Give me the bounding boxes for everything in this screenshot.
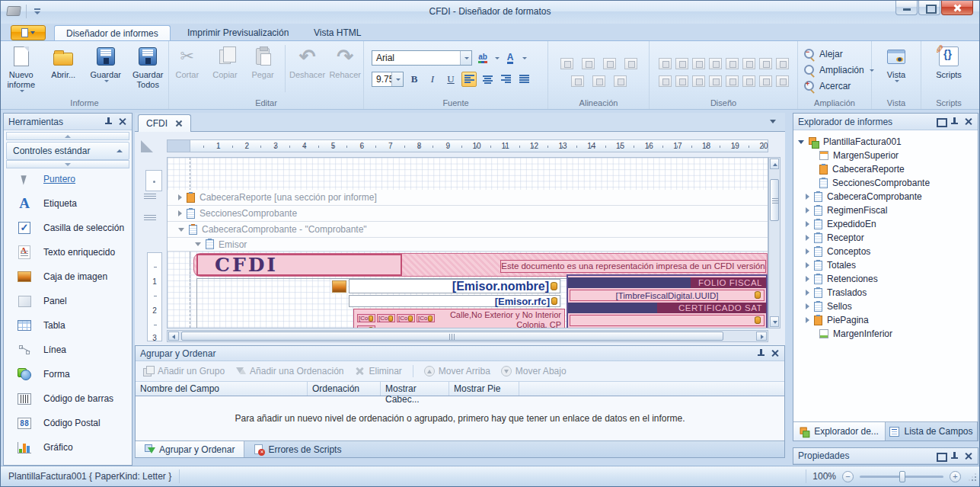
tool-codigo-postal[interactable]: 88Código Postal: [8, 413, 129, 433]
zoom-slider[interactable]: [860, 476, 943, 478]
equal-vertical-spacing-icon[interactable]: [659, 75, 672, 87]
horizontal-ruler[interactable]: 1234567891011121314151617181920: [167, 139, 768, 152]
remove-horizontal-spacing-icon[interactable]: [776, 58, 789, 69]
tree-item-margeninferior[interactable]: MargenInferior: [793, 327, 892, 341]
scroll-up-icon[interactable]: [770, 159, 779, 169]
same-size-icon[interactable]: [675, 58, 688, 69]
emisor-nombre-field[interactable]: [Emisor.nombre]: [349, 279, 560, 293]
certificado-field[interactable]: [570, 315, 765, 326]
band-drag-grip[interactable]: [144, 215, 156, 222]
expand-icon[interactable]: [806, 248, 809, 255]
tab-explorador-de-informes[interactable]: Explorador de...: [793, 422, 886, 441]
band-cabecera-comprobante[interactable]: CabeceraComprobante - "Comprobante": [168, 222, 768, 238]
align-right-edges-icon[interactable]: [624, 58, 637, 69]
tab-disenador-de-informes[interactable]: Diseñador de informes: [54, 25, 171, 41]
tree-item-conceptos[interactable]: Conceptos: [793, 245, 870, 258]
logo-picture-box[interactable]: [332, 280, 346, 293]
collapse-icon[interactable]: [195, 242, 201, 246]
same-height-icon[interactable]: [692, 58, 705, 69]
close-icon[interactable]: [963, 117, 973, 127]
close-button[interactable]: [941, 1, 973, 15]
column-ordenacion[interactable]: Ordenación: [308, 382, 381, 396]
tab-agrupar-y-ordenar[interactable]: Agrupar y Ordenar: [135, 441, 244, 457]
vertical-scrollbar[interactable]: [768, 157, 780, 328]
font-color-button[interactable]: A: [503, 50, 518, 66]
column-nombre-del-campo[interactable]: Nombre del Campo: [136, 382, 308, 396]
expand-icon[interactable]: [806, 276, 809, 282]
abrir-button[interactable]: Abrir...: [43, 43, 85, 95]
align-left-edges-icon[interactable]: [582, 58, 595, 69]
close-icon[interactable]: [117, 117, 127, 127]
cfdi-title-label[interactable]: CFDI: [196, 254, 402, 276]
tree-root-plantillafactura001[interactable]: PlantillaFactura001: [793, 135, 902, 149]
justify-button[interactable]: [516, 72, 531, 87]
tree-item-cabeceracomprobante[interactable]: CabeceraComprobante: [793, 190, 922, 203]
vista-button[interactable]: Vista: [874, 43, 918, 95]
close-icon[interactable]: [175, 120, 183, 127]
tool-tabla[interactable]: Tabla: [8, 316, 129, 335]
expand-icon[interactable]: [806, 194, 809, 200]
tree-item-expedidoen[interactable]: ExpedidoEn: [793, 217, 876, 231]
close-icon[interactable]: [963, 451, 973, 461]
pin-icon[interactable]: [950, 117, 959, 127]
increase-vertical-spacing-icon[interactable]: [675, 75, 688, 87]
equal-horizontal-spacing-icon[interactable]: [726, 58, 739, 69]
expand-icon[interactable]: [806, 303, 809, 309]
mover-abajo-button[interactable]: Mover Abajo: [501, 366, 567, 376]
expand-icon[interactable]: [806, 317, 809, 323]
zoom-out-button[interactable]: −: [842, 471, 854, 482]
zoom-slider-thumb[interactable]: [899, 471, 905, 482]
scroll-left-icon[interactable]: [168, 332, 179, 341]
italic-button[interactable]: I: [425, 72, 440, 87]
tool-grafico[interactable]: Gráfico: [8, 437, 129, 457]
ampliacion-button[interactable]: Ampliación: [804, 63, 874, 78]
combobox-dropdown-button[interactable]: [391, 72, 403, 86]
combobox-dropdown-button[interactable]: [460, 51, 471, 65]
align-to-grid-icon[interactable]: [560, 58, 573, 69]
font-size-combobox[interactable]: 9.75: [372, 72, 404, 87]
tool-puntero[interactable]: Puntero: [8, 169, 129, 189]
field-token[interactable]: [Co: [397, 314, 415, 322]
column-mostrar-pie[interactable]: Mostrar Pie: [449, 382, 519, 396]
scroll-right-icon[interactable]: [756, 332, 767, 341]
bold-button[interactable]: B: [407, 72, 422, 87]
field-token[interactable]: [Co: [377, 314, 395, 322]
tree-item-retenciones[interactable]: Retenciones: [793, 272, 878, 286]
tree-item-totales[interactable]: Totales: [793, 258, 856, 272]
tree-item-receptor[interactable]: Receptor: [793, 231, 864, 245]
send-to-back-icon[interactable]: [776, 75, 789, 87]
decrease-horizontal-spacing-icon[interactable]: [759, 58, 772, 69]
restore-button[interactable]: [918, 1, 940, 15]
fiscal-panel-control[interactable]: FOLIO FISCAL [TimbreFiscalDigital.UUID] …: [567, 274, 768, 328]
align-centers-icon[interactable]: [603, 58, 616, 69]
tree-item-traslados[interactable]: Traslados: [793, 286, 867, 300]
tool-codigo-de-barras[interactable]: Código de barras: [8, 389, 129, 409]
field-token[interactable]: [Co: [357, 314, 375, 322]
band-drag-grip[interactable]: [144, 194, 156, 200]
minimize-button[interactable]: [895, 1, 918, 15]
pin-icon[interactable]: [950, 451, 959, 461]
acercar-button[interactable]: +Acercar: [804, 79, 851, 94]
tree-item-cabecerareporte[interactable]: CabeceraReporte: [793, 162, 905, 176]
mover-arriba-button[interactable]: Mover Arriba: [424, 366, 490, 376]
tree-item-margensuperior[interactable]: MargenSuperior: [793, 149, 899, 162]
emisor-rfc-field[interactable]: [Emisor.rfc]: [349, 295, 560, 307]
tab-vista-html[interactable]: Vista HTML: [302, 25, 372, 41]
zoom-in-button[interactable]: +: [950, 471, 961, 482]
vertical-scroll-thumb[interactable]: [770, 179, 779, 221]
expand-icon[interactable]: [806, 290, 809, 296]
anadir-ordenacion-button[interactable]: Añadir una Ordenación: [235, 366, 343, 376]
expand-icon[interactable]: [806, 207, 809, 213]
nuevo-informe-button[interactable]: Nuevo informe: [1, 43, 42, 95]
collapse-icon[interactable]: [798, 140, 804, 144]
tool-caja-de-imagen[interactable]: Caja de imagen: [8, 267, 129, 287]
eliminar-button[interactable]: Eliminar: [354, 366, 401, 376]
chevron-down-icon[interactable]: [495, 57, 500, 59]
toolbox-scroll-up[interactable]: [6, 132, 129, 140]
collapse-icon[interactable]: [178, 228, 184, 232]
center-horizontally-icon[interactable]: [726, 75, 739, 87]
text-highlight-button[interactable]: ab: [475, 50, 490, 66]
tab-errores-de-scripts[interactable]: Errores de Scripts: [244, 441, 350, 457]
tree-item-piepagina[interactable]: PiePagina: [793, 313, 869, 327]
vertical-ruler[interactable]: 1 2 3: [147, 252, 162, 341]
